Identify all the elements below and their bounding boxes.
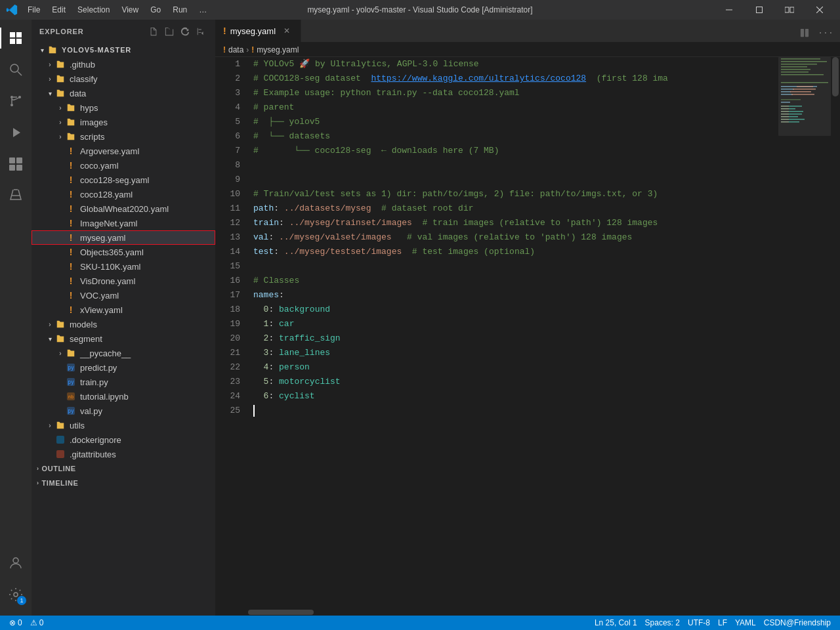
split-button[interactable] [774,0,805,20]
activity-source-control[interactable] [0,85,32,117]
menu-selection[interactable]: Selection [72,4,115,16]
tree-item-train[interactable]: › py train.py [32,375,215,389]
status-errors[interactable]: ⊗ 0 [5,616,26,630]
sidebar: EXPLORER ▾ [32,20,215,616]
tree-item-visdrone[interactable]: › ! VisDrone.yaml [32,274,215,288]
status-cursor[interactable]: Ln 25, Col 1 [591,616,641,630]
code-editor[interactable]: 1 2 3 4 5 6 7 8 9 10 11 12 13 14 15 16 1… [215,57,840,609]
new-folder-button[interactable] [163,25,176,38]
vertical-scrollbar[interactable] [831,57,840,609]
train-icon: py [66,377,76,387]
github-arrow: › [45,59,55,70]
tree-item-globalwheat[interactable]: › ! GlobalWheat2020.yaml [32,201,215,216]
refresh-button[interactable] [178,25,192,38]
coco-icon: ! [66,160,76,171]
tree-item-github[interactable]: › .github [32,57,215,72]
images-icon [66,117,76,127]
activity-account[interactable] [0,547,32,579]
tab-actions: ··· [795,24,840,42]
minimize-button[interactable] [714,0,744,20]
root-arrow: ▾ [37,45,47,55]
svg-rect-2 [785,7,789,12]
svg-text:py: py [68,365,74,371]
menu-view[interactable]: View [116,4,144,16]
tree-item-models[interactable]: › models [32,317,215,331]
sku110k-label: SKU-110K.yaml [80,262,140,272]
status-encoding[interactable]: UTF-8 [684,616,714,630]
code-line-12: train: ../myseg/trainset/images # train … [253,216,778,230]
horizontal-scrollbar[interactable] [215,609,840,616]
activity-explorer[interactable] [0,22,32,54]
breadcrumb-data[interactable]: data [228,45,243,54]
breadcrumb-data-icon: ! [223,45,226,54]
tree-item-scripts[interactable]: › scripts [32,129,215,144]
breadcrumb-file[interactable]: myseg.yaml [257,45,299,54]
tree-item-objects365[interactable]: › ! Objects365.yaml [32,245,215,259]
code-content[interactable]: # YOLOv5 🚀 by Ultralytics, AGPL-3.0 lice… [248,57,778,609]
status-language[interactable]: YAML [731,616,760,630]
tree-item-classify[interactable]: › classify [32,72,215,86]
code-line-20: 2: traffic_sign [253,331,778,346]
menu-run[interactable]: Run [167,4,192,16]
close-button[interactable] [805,0,835,20]
activity-extensions[interactable] [0,148,32,180]
tab-close-button[interactable]: ✕ [281,25,293,37]
git-icon [55,449,66,459]
split-editor-button[interactable] [795,24,814,42]
activity-run-debug[interactable] [0,117,32,148]
tree-item-dockerignore[interactable]: › .dockerignore [32,432,215,447]
tree-item-data[interactable]: ▾ data [32,86,215,100]
tab-bar: ! myseg.yaml ✕ ··· [215,20,840,43]
tree-item-voc[interactable]: › ! VOC.yaml [32,288,215,303]
tree-item-gitattributes[interactable]: › .gitattributes [32,447,215,461]
activity-search[interactable] [0,54,32,85]
tree-item-sku110k[interactable]: › ! SKU-110K.yaml [32,259,215,274]
root-label: YOLOV5-MASTER [62,46,131,54]
tab-myseg[interactable]: ! myseg.yaml ✕ [215,20,301,42]
status-spaces[interactable]: Spaces: 2 [641,616,684,630]
timeline-section[interactable]: › TIMELINE [32,476,215,490]
svg-text:py: py [68,379,74,385]
error-icon: ⊗ [9,618,16,627]
status-line-endings[interactable]: LF [714,616,731,630]
tree-item-coco[interactable]: › ! coco.yaml [32,158,215,173]
tree-item-images[interactable]: › images [32,115,215,129]
coco128-icon: ! [66,189,76,200]
tree-item-coco128-seg[interactable]: › ! coco128-seg.yaml [32,173,215,187]
more-actions-button[interactable]: ··· [816,24,835,42]
status-csdn[interactable]: CSDN@Friendship [760,616,835,630]
collapse-all-button[interactable] [194,25,207,38]
tree-root[interactable]: ▾ YOLOV5-MASTER [32,43,215,57]
imagenet-icon: ! [66,218,76,228]
tree-item-xview[interactable]: › ! xView.yaml [32,303,215,317]
svg-rect-29 [805,29,808,37]
tree-item-tutorial[interactable]: › nb tutorial.ipynb [32,389,215,404]
svg-rect-1 [757,7,763,13]
activity-settings[interactable]: 1 [0,579,32,610]
tree-item-predict[interactable]: › py predict.py [32,360,215,375]
hyps-arrow: › [55,102,66,113]
tree-item-imagenet[interactable]: › ! ImageNet.yaml [32,216,215,230]
activity-flask[interactable] [0,180,32,211]
status-warnings[interactable]: ⚠ 0 [26,616,48,630]
tree-item-coco128[interactable]: › ! coco128.yaml [32,187,215,201]
tree-item-myseg[interactable]: › ! myseg.yaml [32,230,215,245]
menu-go[interactable]: Go [145,4,166,16]
menu-file[interactable]: File [22,4,45,16]
tree-item-segment[interactable]: ▾ segment [32,331,215,346]
svg-point-16 [13,558,18,563]
tree-item-val[interactable]: › py val.py [32,404,215,418]
sidebar-header-actions [147,25,207,38]
code-line-22: 4: person [253,360,778,375]
outline-section[interactable]: › OUTLINE [32,461,215,476]
visdrone-label: VisDrone.yaml [80,276,135,286]
tree-item-argoverse[interactable]: › ! Argoverse.yaml [32,144,215,158]
tree-item-hyps[interactable]: › hyps [32,100,215,115]
tree-item-utils[interactable]: › utils [32,418,215,432]
menu-more[interactable]: … [194,4,212,16]
error-count: 0 [18,618,22,627]
maximize-button[interactable] [744,0,774,20]
tree-item-pycache[interactable]: › __pycache__ [32,346,215,360]
new-file-button[interactable] [147,25,160,38]
menu-edit[interactable]: Edit [47,4,71,16]
